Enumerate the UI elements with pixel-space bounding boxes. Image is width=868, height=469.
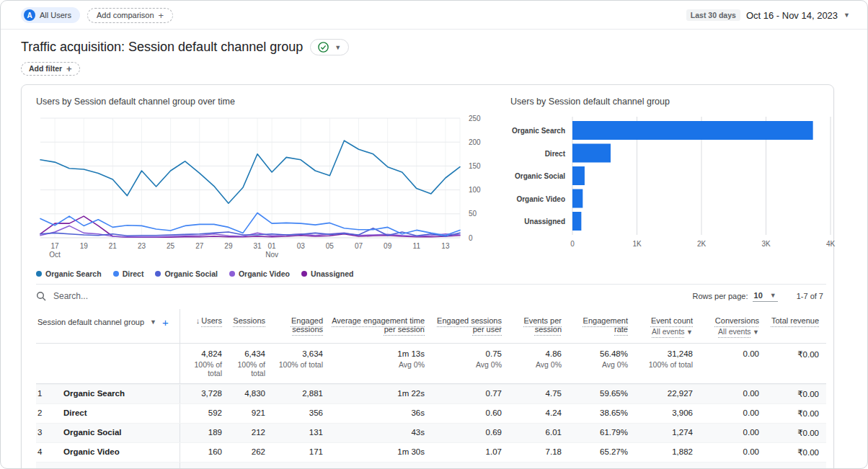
metric-value: 1,274	[637, 424, 701, 442]
column-header-sessions[interactable]: Sessions	[231, 309, 274, 343]
channel-name: Direct	[62, 404, 180, 423]
metric-value: 3,906	[637, 404, 701, 423]
metric-value: 61.79%	[570, 424, 637, 442]
metric-value: 237	[231, 463, 274, 469]
svg-text:17: 17	[51, 242, 60, 250]
table-header-row: Session default channel group▼+↓UsersSes…	[36, 309, 826, 344]
series-line	[40, 213, 460, 235]
metric-value: ₹0.00	[768, 385, 828, 403]
svg-text:27: 27	[195, 242, 204, 250]
legend-item: Organic Search	[36, 269, 102, 278]
svg-text:Oct: Oct	[49, 251, 61, 259]
svg-text:Organic Social: Organic Social	[515, 172, 565, 180]
report-status-dropdown[interactable]: ▼	[310, 39, 349, 55]
totals-cell: 4,824100% of total	[180, 344, 231, 383]
column-header-conversions[interactable]: ConversionsAll events ▼	[701, 309, 768, 343]
dimension-header[interactable]: Session default channel group▼+	[37, 316, 171, 329]
metric-value: 0.00	[701, 385, 768, 403]
legend-label: Direct	[123, 269, 144, 278]
metric-value: 171	[274, 443, 332, 462]
metric-value: 138	[180, 463, 231, 469]
column-header-event-count[interactable]: Event countAll events ▼	[637, 309, 701, 343]
chevron-down-icon: ▼	[770, 292, 776, 299]
metric-value: ₹0.00	[768, 443, 828, 462]
svg-text:Direct: Direct	[545, 149, 566, 157]
row-number: 3	[36, 424, 62, 442]
legend-dot-icon	[301, 271, 307, 277]
metric-value: 1m 30s	[332, 443, 433, 462]
column-header-total-revenue[interactable]: Total revenue	[768, 309, 828, 343]
table-body: 1Organic Search3,7284,8302,8811m 22s0.77…	[36, 384, 826, 469]
totals-cell: 31,248100% of total	[637, 344, 701, 383]
svg-text:0: 0	[570, 240, 575, 248]
svg-text:1K: 1K	[632, 240, 642, 248]
metric-value: 59.65%	[570, 385, 637, 403]
column-header-engaged-sessions-per-user[interactable]: Engaged sessions per user	[433, 309, 510, 343]
svg-text:25: 25	[167, 242, 175, 250]
rows-per-page-label: Rows per page:	[692, 292, 748, 300]
bar	[572, 189, 583, 207]
legend-label: Organic Search	[45, 269, 102, 278]
add-dimension-icon[interactable]: +	[162, 316, 169, 329]
metric-value: 1.07	[433, 443, 510, 462]
metric-value: 0.60	[433, 404, 510, 423]
add-filter-button[interactable]: Add filter +	[21, 62, 80, 76]
svg-text:2K: 2K	[697, 240, 707, 248]
metric-value: 356	[274, 404, 332, 423]
svg-text:200: 200	[469, 138, 481, 146]
topbar: A All Users Add comparison + Last 30 day…	[1, 1, 867, 29]
pagination-range: 1-7 of 7	[797, 292, 823, 300]
bar	[572, 121, 813, 140]
rows-per-page-select[interactable]: 10 ▼	[753, 290, 778, 302]
all-users-chip[interactable]: A All Users	[21, 7, 80, 23]
line-chart-title: Users by Session default channel group o…	[36, 97, 492, 107]
metric-value: 921	[231, 404, 274, 423]
metric-value: 4.24	[510, 404, 570, 423]
table-row: 3Organic Social18921213143s0.696.0161.79…	[36, 423, 826, 442]
metric-value: 65.27%	[570, 443, 637, 462]
svg-text:03: 03	[297, 242, 306, 250]
series-line	[40, 140, 460, 203]
metric-value: ₹0.00	[768, 404, 828, 423]
metric-value: 160	[180, 443, 231, 462]
table-toolbar: Rows per page: 10 ▼ 1-7 of 7	[36, 284, 826, 308]
chevron-down-icon: ▼	[335, 44, 341, 51]
column-header-events-per-session[interactable]: Events per session	[510, 309, 570, 343]
metric-value: 4,830	[231, 385, 274, 403]
table-row: 4Organic Video1602621711m 30s1.077.1865.…	[36, 442, 826, 462]
svg-text:19: 19	[80, 242, 89, 250]
metric-value: 262	[231, 443, 274, 462]
totals-cell: 1m 13sAvg 0%	[332, 344, 433, 383]
channel-name: Organic Video	[62, 443, 180, 462]
search-input[interactable]	[53, 291, 212, 301]
legend-dot-icon	[36, 271, 42, 277]
row-number: 4	[36, 443, 62, 462]
legend-item: Direct	[113, 269, 144, 278]
totals-cell: 3,634100% of total	[274, 344, 332, 383]
bar	[572, 212, 581, 231]
totals-cell: ₹0.00	[768, 344, 828, 383]
svg-text:50: 50	[469, 210, 477, 218]
chevron-down-icon[interactable]: ▼	[751, 329, 759, 336]
metric-value: 15s	[332, 463, 433, 469]
column-header-users[interactable]: ↓Users	[180, 309, 231, 343]
totals-cell: 0.75Avg 0%	[433, 344, 510, 383]
chevron-down-icon[interactable]: ▼	[685, 329, 693, 336]
chevron-down-icon[interactable]: ▼	[150, 318, 156, 326]
column-header-engaged-sessions[interactable]: Engaged sessions	[274, 309, 332, 343]
page-title: Traffic acquisition: Session default cha…	[21, 40, 303, 55]
svg-text:07: 07	[355, 242, 363, 250]
legend-item: Organic Video	[229, 269, 290, 278]
add-comparison-button[interactable]: Add comparison +	[87, 8, 173, 23]
date-range-selector[interactable]: Last 30 days Oct 16 - Nov 14, 2023 ▼	[686, 9, 850, 21]
bar	[572, 143, 611, 162]
metric-value: 0.00	[701, 424, 768, 442]
column-header-engagement-rate[interactable]: Engagement rate	[570, 309, 637, 343]
metric-value: 1,882	[637, 443, 701, 462]
date-range-text: Oct 16 - Nov 14, 2023	[746, 10, 838, 21]
metric-value: 3.05	[510, 463, 570, 469]
report-card: Users by Session default channel group o…	[21, 84, 834, 469]
column-header-avg-engagement-time[interactable]: Average engagement time per session	[332, 309, 433, 343]
table-totals-row: 4,824100% of total6,434100% of total3,63…	[36, 344, 826, 384]
bar-chart-panel: Users by Session default channel group 0…	[510, 95, 836, 278]
